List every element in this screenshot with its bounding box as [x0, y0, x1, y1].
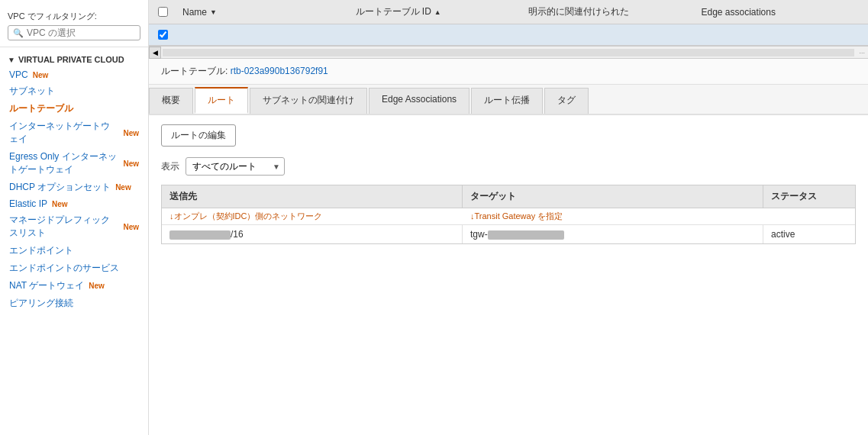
rtid-sort-arrow[interactable]: ▲ — [434, 8, 441, 16]
horizontal-scrollbar: ◀ ··· — [149, 47, 868, 59]
tab-tags[interactable]: タグ — [544, 88, 589, 114]
hint-status-empty — [763, 208, 855, 224]
sidebar-item-endpoint-service[interactable]: エンドポイントのサービス — [0, 259, 148, 277]
filter-row: 表示 すべてのルートアクティブ ▼ — [161, 157, 856, 176]
filter-label: VPC でフィルタリング: — [8, 11, 140, 22]
header-rtid-col: ルートテーブル ID ▲ — [350, 5, 523, 18]
sidebar-item-label: マネージドプレフィックスリスト — [9, 214, 118, 240]
routes-filter-select[interactable]: すべてのルートアクティブ — [186, 157, 285, 176]
destination-redacted-bar — [169, 230, 231, 240]
sidebar-item-label: DHCP オプションセット — [9, 181, 111, 194]
header-edge-col: Edge associations — [695, 7, 869, 18]
sidebar-nav: VPCNewサブネットルートテーブルインターネットゲートウェイNewEgress… — [0, 67, 148, 312]
cell-destination: /16 — [162, 225, 463, 243]
name-sort-arrow[interactable]: ▼ — [210, 8, 217, 16]
breadcrumb-link[interactable]: rtb-023a990b136792f91 — [231, 66, 328, 76]
search-icon: 🔍 — [13, 28, 24, 38]
filter-select-wrap: すべてのルートアクティブ ▼ — [186, 157, 285, 176]
table-data-row — [149, 24, 868, 46]
routes-table-body: ↓オンプレ（契約IDC）側のネットワーク ↓Transit Gateway を指… — [161, 208, 856, 244]
tab-route-propagation[interactable]: ルート伝播 — [471, 88, 543, 114]
tab-overview[interactable]: 概要 — [149, 88, 193, 114]
filter-section: VPC でフィルタリング: 🔍 — [0, 6, 148, 47]
sidebar-badge-new: New — [89, 282, 105, 290]
vpc-filter-input[interactable] — [27, 27, 135, 38]
sidebar-item-label: エンドポイントのサービス — [9, 262, 119, 275]
sidebar-item-label: VPC — [9, 69, 28, 80]
sidebar-badge-new: New — [123, 160, 139, 168]
sidebar-item-peering[interactable]: ピアリング接続 — [0, 295, 148, 312]
scroll-left-arrow[interactable]: ◀ — [149, 47, 161, 59]
sidebar-item-label: ピアリング接続 — [9, 297, 73, 310]
table-header-row: Name ▼ ルートテーブル ID ▲ 明示的に関連付けられた Edge ass… — [149, 0, 868, 24]
sidebar: VPC でフィルタリング: 🔍 ▼ VIRTUAL PRIVATE CLOUD … — [0, 0, 149, 435]
row-checkbox[interactable] — [158, 30, 168, 40]
sidebar-item-subnet[interactable]: サブネット — [0, 82, 148, 100]
tab-routes[interactable]: ルート — [195, 87, 248, 114]
vpc-filter-input-wrap: 🔍 — [8, 25, 140, 40]
sidebar-item-prefix[interactable]: マネージドプレフィックスリストNew — [0, 211, 148, 242]
sidebar-badge-new: New — [115, 183, 131, 192]
sidebar-item-eip[interactable]: Elastic IPNew — [0, 196, 148, 211]
sidebar-item-label: サブネット — [9, 85, 55, 98]
edit-routes-button[interactable]: ルートの編集 — [161, 124, 236, 147]
cell-target: tgw- — [463, 225, 763, 243]
sidebar-item-endpoint[interactable]: エンドポイント — [0, 242, 148, 259]
scroll-dots: ··· — [856, 49, 868, 56]
hint-target: ↓Transit Gateway を指定 — [463, 208, 763, 224]
sidebar-item-igw[interactable]: インターネットゲートウェイNew — [0, 118, 148, 148]
top-table-area: Name ▼ ルートテーブル ID ▲ 明示的に関連付けられた Edge ass… — [149, 0, 868, 47]
sidebar-item-vpc[interactable]: VPCNew — [0, 67, 148, 82]
sidebar-item-label: インターネットゲートウェイ — [9, 120, 118, 146]
hint-destination: ↓オンプレ（契約IDC）側のネットワーク — [162, 208, 463, 224]
target-prefix: tgw- — [470, 229, 488, 240]
main-area: Name ▼ ルートテーブル ID ▲ 明示的に関連付けられた Edge ass… — [149, 0, 868, 435]
row-checkbox-col — [149, 30, 176, 40]
col-header-target: ターゲット — [463, 185, 763, 208]
sidebar-item-routetable[interactable]: ルートテーブル — [0, 100, 148, 118]
sidebar-section-title: ▼ VIRTUAL PRIVATE CLOUD — [0, 47, 148, 67]
sidebar-badge-new: New — [33, 71, 49, 79]
header-name-col: Name ▼ — [176, 7, 350, 18]
sidebar-badge-new: New — [123, 223, 139, 231]
scroll-track[interactable] — [163, 49, 854, 56]
select-all-checkbox[interactable] — [158, 7, 168, 17]
detail-panel: ルートテーブル: rtb-023a990b136792f91 概要ルートサブネッ… — [149, 59, 868, 435]
tab-edge-assoc[interactable]: Edge Associations — [369, 88, 469, 114]
detail-tabs: 概要ルートサブネットの関連付けEdge Associationsルート伝播タグ — [149, 85, 868, 115]
sidebar-item-eigw[interactable]: Egress Only インターネットゲートウェイNew — [0, 148, 148, 179]
sidebar-item-label: NAT ゲートウェイ — [9, 279, 84, 292]
tab-subnet-assoc[interactable]: サブネットの関連付け — [250, 88, 367, 114]
sidebar-item-natgw[interactable]: NAT ゲートウェイNew — [0, 277, 148, 295]
col-header-destination: 送信先 — [162, 185, 463, 208]
sidebar-badge-new: New — [52, 200, 68, 208]
sidebar-item-label: Elastic IP — [9, 198, 47, 209]
sidebar-item-label: ルートテーブル — [9, 102, 73, 115]
sidebar-item-label: エンドポイント — [9, 244, 73, 257]
header-checkbox-col — [149, 7, 176, 17]
destination-suffix: /16 — [231, 229, 244, 240]
routes-hint-row: ↓オンプレ（契約IDC）側のネットワーク ↓Transit Gateway を指… — [162, 208, 855, 225]
detail-content: ルートの編集 表示 すべてのルートアクティブ ▼ 送信先 ターゲット ステータス… — [149, 115, 868, 253]
sidebar-item-dhcp[interactable]: DHCP オプションセットNew — [0, 179, 148, 196]
sidebar-collapse-arrow[interactable]: ▼ — [8, 56, 15, 64]
table-row: /16 tgw- active — [162, 225, 855, 243]
cell-status: active — [763, 225, 855, 243]
sidebar-item-label: Egress Only インターネットゲートウェイ — [9, 150, 118, 176]
target-redacted-bar — [488, 230, 564, 240]
routes-table-header: 送信先 ターゲット ステータス — [161, 185, 856, 208]
col-header-status: ステータス — [763, 185, 855, 208]
header-explicit-col: 明示的に関連付けられた — [522, 5, 695, 18]
filter-label: 表示 — [161, 160, 179, 173]
breadcrumb: ルートテーブル: rtb-023a990b136792f91 — [149, 59, 868, 85]
sidebar-badge-new: New — [123, 129, 139, 137]
